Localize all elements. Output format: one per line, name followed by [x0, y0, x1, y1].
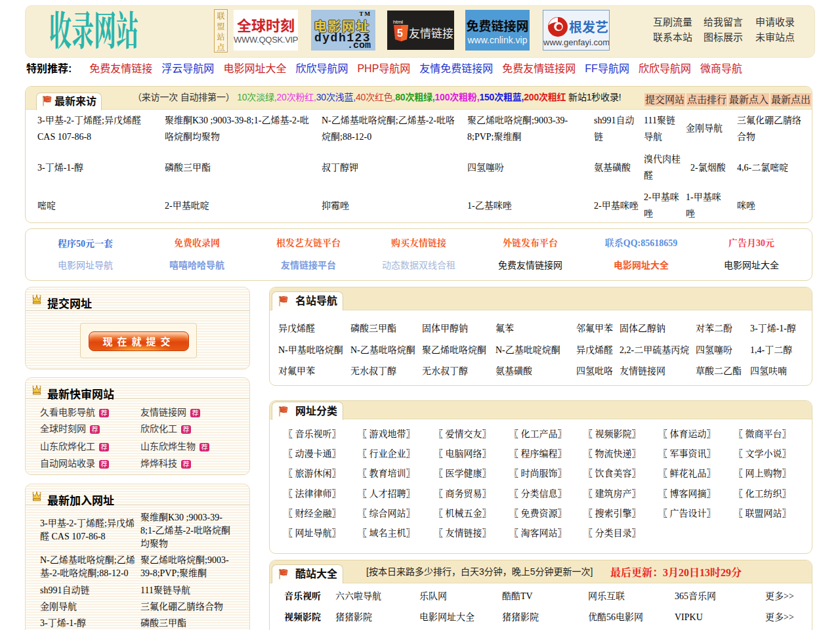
svg-text:html: html	[393, 19, 403, 25]
svg-text:5: 5	[397, 28, 403, 39]
